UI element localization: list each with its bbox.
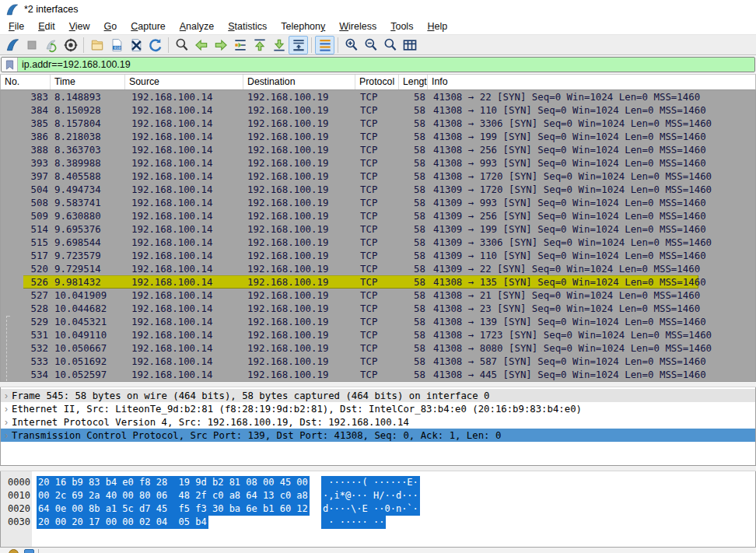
hex-row[interactable]: 0000 20 16 b9 83 b4 e0 f8 28 19 9d b2 81… [1,476,755,489]
menu-item[interactable]: Wireless [332,20,383,33]
column-header-destination[interactable]: Destination [243,75,355,89]
svg-text:010: 010 [114,46,121,50]
display-filter-field [1,57,755,72]
detail-tree-row[interactable]: › Transmission Control Protocol, Src Por… [1,429,755,442]
window-title: *2 interfaces [24,4,78,15]
hex-row[interactable]: 0020 64 0e 00 8b a1 5c d7 45 f5 f3 30 ba… [1,502,755,516]
packet-row[interactable]: 388 8.363703 192.168.100.14 192.168.100.… [1,143,755,156]
menu-bar: FileEditViewGoCaptureAnalyzeStatisticsTe… [0,19,756,34]
status-bar [0,547,756,553]
packet-row[interactable]: 384 8.150928 192.168.100.14 192.168.100.… [1,103,755,117]
auto-scroll-icon[interactable] [289,36,308,54]
title-bar: *2 interfaces [0,0,756,19]
close-file-icon[interactable] [126,36,145,54]
menu-item[interactable]: Analyze [173,20,221,33]
packet-row[interactable]: 393 8.389988 192.168.100.14 192.168.100.… [1,156,755,170]
open-file-icon[interactable] [87,36,107,54]
packet-list: 383 8.148893 192.168.100.14 192.168.100.… [0,90,756,381]
column-header-length[interactable]: Length [399,75,428,89]
menu-item[interactable]: Capture [124,20,172,33]
packet-row[interactable]: 527 10.041909 192.168.100.14 192.168.100… [1,289,755,302]
column-header-source[interactable]: Source [125,75,243,89]
hex-row[interactable]: 0030 20 00 20 17 00 00 02 04 05 b4 · ···… [1,516,755,529]
detail-tree-row[interactable]: › Internet Protocol Version 4, Src: 192.… [1,415,755,429]
go-back-icon[interactable] [191,36,211,54]
status-separator [38,549,39,553]
zoom-original-icon[interactable] [380,36,400,54]
packet-row[interactable]: 526 9.981432 192.168.100.14 192.168.100.… [1,275,755,289]
wireshark-logo-icon [5,3,19,16]
menu-item[interactable]: Go [97,20,124,33]
menu-item[interactable]: Statistics [221,20,274,33]
menu-item[interactable]: View [62,20,97,33]
packet-row[interactable]: 517 9.723579 192.168.100.14 192.168.100.… [1,249,755,262]
packet-row[interactable]: 397 8.405588 192.168.100.14 192.168.100.… [1,170,755,183]
main-toolbar: 010 [0,34,756,55]
packet-row[interactable]: 385 8.157804 192.168.100.14 192.168.100.… [1,117,755,130]
packet-row[interactable]: 508 9.583741 192.168.100.14 192.168.100.… [1,196,755,209]
detail-tree-row[interactable]: › Frame 545: 58 bytes on wire (464 bits)… [1,389,755,402]
wireshark-window: *2 interfaces FileEditViewGoCaptureAnaly… [0,0,756,553]
find-packet-icon[interactable] [172,36,191,54]
packet-row[interactable]: 532 10.050667 192.168.100.14 192.168.100… [1,341,755,355]
packet-bytes-pane: 0000 20 16 b9 83 b4 e0 f8 28 19 9d b2 81… [0,471,756,547]
column-header-time[interactable]: Time [51,75,125,89]
packet-row[interactable]: 533 10.051692 192.168.100.14 192.168.100… [1,355,755,368]
bookmark-icon [5,60,14,70]
expand-chevron-icon[interactable]: › [1,404,12,415]
menu-item[interactable]: Edit [31,20,62,33]
expand-chevron-icon[interactable]: › [1,430,12,441]
packet-list-header: No. Time Source Destination Protocol Len… [0,75,756,90]
packet-details-pane: › Frame 545: 58 bytes on wire (464 bits)… [0,387,756,465]
save-file-icon[interactable]: 010 [107,36,126,54]
menu-item[interactable]: Tools [383,20,420,33]
pane-splitter[interactable] [0,465,756,471]
detail-tree-row[interactable]: › Ethernet II, Src: LiteonTe_9d:b2:81 (f… [1,402,755,415]
menu-item[interactable]: Telephony [274,20,332,33]
zoom-out-icon[interactable] [361,36,380,54]
capture-options-icon[interactable] [61,36,80,54]
packet-row[interactable]: 386 8.218038 192.168.100.14 192.168.100.… [1,130,755,143]
expert-info-icon[interactable] [9,549,19,553]
packet-row[interactable]: 504 9.494734 192.168.100.14 192.168.100.… [1,183,755,196]
start-capture-icon[interactable] [2,36,22,54]
go-to-first-icon[interactable] [250,36,269,54]
reload-icon[interactable] [145,36,165,54]
toolbar-separator [168,37,169,53]
display-filter-input[interactable] [18,58,754,72]
related-packet-line [6,316,10,381]
resize-columns-icon[interactable] [400,36,419,54]
packet-row[interactable]: 528 10.044682 192.168.100.14 192.168.100… [1,302,755,315]
toolbar-separator [311,37,312,53]
toolbar-separator [83,37,84,53]
hex-row[interactable]: 0010 00 2c 69 2a 40 00 80 06 48 2f c0 a8… [1,489,755,502]
capture-comment-icon[interactable] [24,549,34,553]
packet-row[interactable]: 534 10.052597 192.168.100.14 192.168.100… [1,368,755,381]
toolbar-separator [338,37,338,53]
packet-row[interactable]: 529 10.045321 192.168.100.14 192.168.100… [1,315,755,328]
expand-chevron-icon[interactable]: › [1,390,12,401]
expand-chevron-icon[interactable]: › [1,417,12,428]
column-header-no[interactable]: No. [1,75,51,89]
zoom-in-icon[interactable] [341,36,361,54]
pane-splitter[interactable] [0,381,756,387]
go-to-packet-icon[interactable] [230,36,250,54]
filter-bar [0,55,756,75]
packet-row[interactable]: 520 9.729514 192.168.100.14 192.168.100.… [1,262,755,275]
stop-capture-icon[interactable] [22,36,41,54]
filter-bookmark-button[interactable] [2,58,18,72]
column-header-protocol[interactable]: Protocol [355,75,399,89]
go-to-last-icon[interactable] [269,36,289,54]
packet-row[interactable]: 509 9.630880 192.168.100.14 192.168.100.… [1,209,755,222]
packet-row[interactable]: 515 9.698544 192.168.100.14 192.168.100.… [1,236,755,249]
menu-item[interactable]: File [2,20,31,33]
packet-row[interactable]: 531 10.049110 192.168.100.14 192.168.100… [1,328,755,341]
restart-capture-icon[interactable] [41,36,61,54]
packet-row[interactable]: 514 9.695376 192.168.100.14 192.168.100.… [1,222,755,236]
column-header-info[interactable]: Info [428,75,755,89]
packet-row[interactable]: 383 8.148893 192.168.100.14 192.168.100.… [1,90,755,103]
colorize-icon[interactable] [315,36,334,54]
go-forward-icon[interactable] [211,36,230,54]
menu-item[interactable]: Help [420,20,454,33]
